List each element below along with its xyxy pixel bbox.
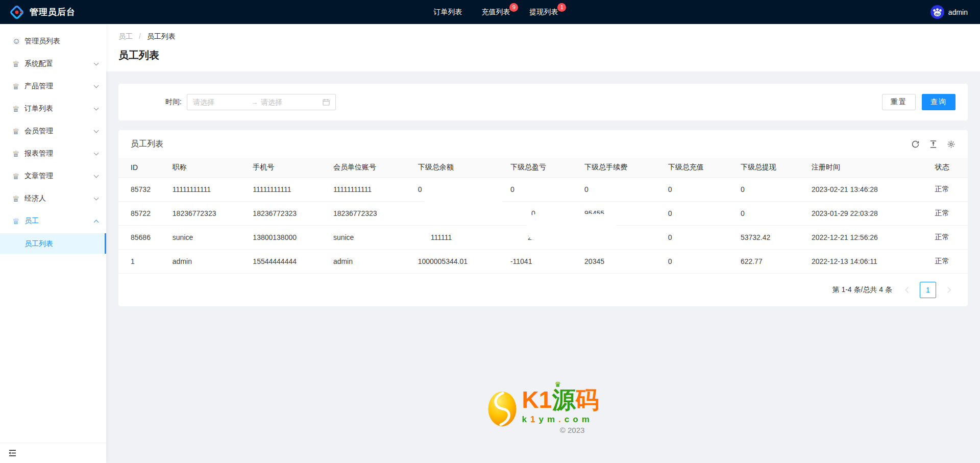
chevron-down-icon [94, 150, 99, 155]
cell-sub-profit: -11041 [506, 249, 580, 273]
time-filter-field: 时间: → [165, 94, 336, 110]
table-toolbar [911, 140, 955, 149]
sidebar-item-admin-list[interactable]: ☺管理员列表 [0, 31, 106, 52]
cell-member-account: admin [329, 249, 414, 273]
sidebar-item-member-management[interactable]: ♕会员管理 [0, 121, 106, 141]
cell-sub-recharge: 0 [664, 249, 737, 273]
cell-register-time: 2023-01-29 22:03:28 [807, 201, 931, 225]
cell-status: 正常 [931, 249, 968, 273]
cell-phone: 13800138000 [249, 225, 329, 249]
cell-member-account: 11111111111 [329, 177, 414, 201]
chevron-down-icon [94, 173, 99, 178]
prev-page-button[interactable] [900, 282, 916, 298]
chevron-right-icon [945, 287, 950, 293]
app-logo-icon [9, 5, 24, 20]
cell-phone: 15544444444 [249, 249, 329, 273]
username: admin [948, 8, 968, 16]
breadcrumb-parent[interactable]: 员工 [118, 32, 133, 40]
cell-sub-balance: 0 [414, 177, 506, 201]
settings-gear-icon[interactable] [947, 140, 955, 149]
svg-text:du: du [935, 12, 940, 16]
cell-title: 11111111111 [168, 177, 249, 201]
cell-sub-fee: 20345 [580, 249, 664, 273]
breadcrumb-current: 员工列表 [147, 32, 176, 40]
nav-item-label: 订单列表 [433, 8, 462, 16]
cell-sub-balance: 1000005344.01 [414, 249, 506, 273]
top-nav: 订单列表充值列表9提现列表1 [433, 8, 558, 17]
breadcrumb: 员工 / 员工列表 [118, 32, 968, 41]
reload-icon[interactable] [911, 140, 920, 149]
sidebar-item-product-management[interactable]: ♕产品管理 [0, 76, 106, 96]
sidebar-item-broker[interactable]: ♕经济人 [0, 188, 106, 209]
nav-item-label: 充值列表 [481, 8, 510, 16]
column-header-sub-profit: 下级总盈亏 [506, 158, 580, 177]
table-card: 员工列表 [118, 130, 968, 306]
sidebar-item-order-list[interactable]: ♕订单列表 [0, 99, 106, 119]
cell-sub-recharge: 0 [664, 177, 737, 201]
cell-register-time: 2023-02-21 13:46:28 [807, 177, 931, 201]
main-content: 员工 / 员工列表 员工列表 时间: → [106, 24, 980, 463]
chevron-down-icon [94, 105, 99, 110]
date-range-picker[interactable]: → [187, 94, 336, 110]
sidebar-subitem-staff-list[interactable]: 员工列表 [0, 233, 106, 254]
column-height-icon[interactable] [929, 140, 938, 149]
nav-item-label: 提现列表 [529, 8, 558, 16]
column-header-phone: 手机号 [249, 158, 329, 177]
sidebar-item-staff[interactable]: ♕员工 [0, 211, 106, 231]
nav-item-order-list[interactable]: 订单列表 [433, 8, 462, 17]
filter-actions: 重置 查询 [882, 94, 955, 110]
query-button[interactable]: 查询 [922, 94, 955, 110]
notification-badge: 1 [557, 3, 566, 12]
cell-sub-balance: 111111 [414, 225, 506, 249]
pagination-summary: 第 1-4 条/总共 4 条 [832, 285, 892, 295]
column-header-status: 状态 [931, 158, 968, 177]
reset-button[interactable]: 重置 [882, 94, 916, 110]
next-page-button[interactable] [940, 282, 955, 298]
nav-item-withdraw-list[interactable]: 提现列表1 [529, 8, 558, 17]
cell-phone: 11111111111 [249, 177, 329, 201]
cell-sub-fee: 0 [580, 177, 664, 201]
top-header: 管理员后台 订单列表充值列表9提现列表1 du admin [0, 0, 980, 24]
cell-sub-recharge: 0 [664, 201, 737, 225]
footer-brand-ma: 码 [575, 386, 599, 413]
redaction-smudge [527, 214, 616, 240]
cell-title: sunice [168, 225, 249, 249]
nav-item-recharge-list[interactable]: 充值列表9 [481, 8, 510, 17]
page-number-button[interactable]: 1 [920, 282, 936, 298]
pagination: 第 1-4 条/总共 4 条 1 [118, 274, 968, 306]
filter-card: 时间: → 重置 查询 [118, 84, 968, 120]
column-header-title: 职称 [168, 158, 249, 177]
sidebar: ☺管理员列表♕系统配置♕产品管理♕订单列表♕会员管理♕报表管理♕文章管理♕经济人… [0, 24, 106, 463]
end-date-input[interactable] [261, 98, 316, 106]
sidebar-item-report-management[interactable]: ♕报表管理 [0, 143, 106, 164]
sidebar-item-label: 会员管理 [24, 127, 94, 136]
sidebar-item-system-config[interactable]: ♕系统配置 [0, 54, 106, 74]
start-date-input[interactable] [193, 98, 248, 106]
cell-title: 18236772323 [168, 201, 249, 225]
footer-logo: ♛ K1源码 k1ym.com © 2023 [487, 387, 599, 435]
time-filter-label: 时间: [165, 98, 182, 107]
app-brand[interactable]: 管理员后台 [9, 5, 76, 20]
crown-icon: ♕ [12, 127, 24, 136]
user-menu[interactable]: du admin [930, 5, 968, 19]
crown-icon: ♕ [12, 149, 24, 159]
sidebar-item-article-management[interactable]: ♕文章管理 [0, 166, 106, 186]
sidebar-menu: ☺管理员列表♕系统配置♕产品管理♕订单列表♕会员管理♕报表管理♕文章管理♕经济人… [0, 24, 106, 254]
sidebar-item-label: 报表管理 [24, 149, 94, 158]
footer: ♛ K1源码 k1ym.com © 2023 [118, 387, 968, 435]
sidebar-collapse-button[interactable] [0, 443, 106, 463]
sidebar-item-label: 经济人 [24, 194, 94, 203]
footer-domain: k1ym.com [522, 415, 599, 425]
column-header-member-account: 会员单位账号 [329, 158, 414, 177]
cell-status: 正常 [931, 201, 968, 225]
cell-member-account: 18236772323 [329, 201, 414, 225]
sidebar-item-label: 管理员列表 [24, 37, 98, 46]
cell-sub-withdraw: 622.77 [737, 249, 807, 273]
app-title: 管理员后台 [30, 6, 76, 18]
smile-icon: ☺ [12, 37, 24, 46]
page-header: 员工 / 员工列表 员工列表 [106, 24, 980, 71]
page-title: 员工列表 [118, 48, 968, 62]
chevron-left-icon [905, 287, 911, 293]
sidebar-item-label: 系统配置 [24, 59, 94, 68]
sidebar-item-label: 员工 [24, 216, 94, 226]
